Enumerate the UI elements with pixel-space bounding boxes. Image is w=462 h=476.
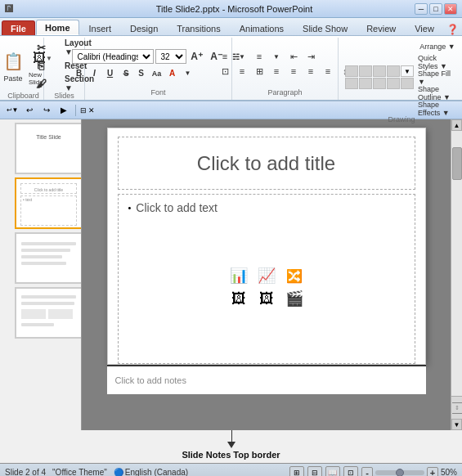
help-button[interactable]: ❓ [446, 24, 459, 35]
numbered-list-button[interactable]: ≡ [251, 50, 267, 64]
insert-table-icon[interactable]: 📊 [227, 266, 250, 285]
language-area[interactable]: 🔵 English (Canada) [114, 468, 188, 476]
align-center-button[interactable]: ≡ [285, 65, 302, 79]
collapse-ribbon-button[interactable]: ✕ [88, 106, 95, 115]
slide-sorter-button[interactable]: ⊟ [307, 466, 322, 477]
tab-animations[interactable]: Animations [231, 20, 293, 35]
title-placeholder[interactable]: Click to add title [118, 137, 415, 190]
scroll-thumb[interactable] [452, 147, 462, 180]
insert-clip-art-icon[interactable]: 🖼 [255, 289, 278, 308]
scroll-track[interactable] [451, 131, 462, 396]
shape-item[interactable] [359, 78, 372, 89]
convert-smartart-button[interactable]: ⊞ [251, 65, 267, 79]
slide-thumbnail-4[interactable] [15, 287, 82, 339]
shape-fill-button[interactable]: Shape Fill ▼ [417, 70, 458, 84]
bullet-list-button[interactable]: ≡ [217, 50, 233, 64]
tab-view[interactable]: View [406, 20, 443, 35]
font-size-select[interactable]: 32 [155, 49, 186, 64]
text-direction-button[interactable]: ⊡ [217, 65, 233, 79]
vertical-scrollbar[interactable]: ▲ ⇕ ▼ [451, 119, 462, 430]
font-color-button[interactable]: A [165, 66, 180, 80]
shape-item[interactable] [373, 65, 386, 77]
status-bar: Slide 2 of 4 "Office Theme" 🔵 English (C… [0, 463, 462, 476]
content-placeholder[interactable]: • Click to add text 📊 📈 🔀 🖼 🖼 [118, 194, 415, 364]
notes-area[interactable]: Click to add notes [107, 365, 426, 394]
annotation-area: Slide Notes Top border [0, 430, 462, 463]
align-left-button[interactable]: ≡ [268, 65, 285, 79]
font-name-select[interactable]: Calibri (Headings) [72, 49, 154, 64]
slide-canvas[interactable]: Click to add title • Click to add text 📊… [107, 128, 426, 365]
insert-picture-icon[interactable]: 🖼 [227, 289, 250, 308]
paste-button[interactable]: 📋 Paste [0, 43, 29, 88]
justify-button[interactable]: ≡ [320, 65, 336, 79]
restore-button[interactable]: □ [429, 3, 442, 15]
font-color-dropdown[interactable]: ▼ [181, 66, 195, 80]
slide-thumbnail-3[interactable] [15, 232, 82, 284]
zoom-thumb[interactable] [396, 469, 404, 477]
insert-smartart-icon[interactable]: 🔀 [283, 266, 306, 285]
tab-transitions[interactable]: Transitions [168, 20, 229, 35]
shape-item[interactable] [345, 78, 358, 89]
shape-item[interactable] [401, 78, 414, 89]
strikethrough-button[interactable]: S̶ [119, 66, 133, 80]
shape-item[interactable] [387, 78, 400, 89]
shape-item[interactable] [345, 65, 358, 77]
start-presentation-button[interactable]: ▶ [56, 104, 71, 117]
minimize-button[interactable]: ─ [415, 3, 428, 15]
underline-button[interactable]: U [103, 66, 118, 80]
slide-thumb-container-3: 3 [3, 232, 78, 284]
tab-review[interactable]: Review [357, 20, 405, 35]
slide-thumb-container-1: 1 Title Slide [3, 123, 78, 174]
increase-font-button[interactable]: A⁺ [188, 48, 206, 65]
tab-slideshow[interactable]: Slide Show [294, 20, 357, 35]
shape-item[interactable] [359, 65, 372, 77]
zoom-in-button[interactable]: + [427, 467, 438, 477]
slide-thumbnail-2[interactable]: Click to add title • text [15, 177, 82, 229]
increase-indent-button[interactable]: ⇥ [303, 50, 319, 64]
slideshow-view-button[interactable]: ⊡ [343, 466, 358, 477]
more-shapes-button[interactable]: ▼ [401, 65, 414, 77]
scroll-down-button[interactable]: ▼ [451, 419, 462, 430]
insert-chart-icon[interactable]: 📈 [255, 266, 278, 285]
clipboard-label: Clipboard [7, 92, 39, 101]
tab-insert[interactable]: Insert [80, 20, 121, 35]
undo-button[interactable]: ↩ [22, 104, 37, 117]
tab-home[interactable]: Home [36, 20, 79, 35]
ribbon-group-paragraph: ≡ ▼ ≡ ▼ ⇤ ⇥ ⊡ ≡ ⊞ ≡ ≡ ≡ ≡ ↕ Paragraph [232, 38, 339, 100]
align-text-button[interactable]: ≡ [234, 65, 250, 79]
slide-thumbnail-1[interactable]: Title Slide [15, 123, 82, 174]
expand-ribbon-button[interactable]: ⊟ [80, 106, 87, 115]
normal-view-button[interactable]: ⊞ [289, 466, 304, 477]
reading-view-button[interactable]: 📖 [325, 466, 340, 477]
shape-effects-button[interactable]: Shape Effects ▼ [417, 101, 458, 115]
new-slide-button[interactable]: 🖼▼ New Slide [26, 43, 59, 88]
slide-thumb-container-4: 4 [3, 287, 78, 339]
redo-button[interactable]: ↪ [39, 104, 54, 117]
quick-styles-button[interactable]: Quick Styles ▼ [417, 55, 458, 69]
italic-button[interactable]: I [87, 66, 102, 80]
insert-media-icon[interactable]: 🎬 [283, 289, 306, 308]
shape-item[interactable] [387, 65, 400, 77]
shadow-button[interactable]: S [134, 66, 149, 80]
numbered-list-dropdown[interactable]: ▼ [268, 50, 285, 64]
scroll-up-button[interactable]: ▲ [451, 119, 462, 131]
tab-file[interactable]: File [2, 20, 35, 35]
zoom-out-button[interactable]: - [361, 467, 373, 477]
paste-icon: 📋 [0, 48, 26, 74]
tab-design[interactable]: Design [121, 20, 167, 35]
slide-panel[interactable]: 1 Title Slide 2 Click to add title • tex… [0, 119, 82, 430]
bullet-list-dropdown[interactable]: ▼ [234, 50, 250, 64]
ribbon-group-drawing: ▼ Arrange ▼ Quick Styles ▼ Shape Fill ▼ … [339, 38, 462, 100]
shape-item[interactable] [373, 78, 386, 89]
decrease-indent-button[interactable]: ⇤ [285, 50, 302, 64]
shape-outline-button[interactable]: Shape Outline ▼ [417, 86, 458, 100]
arrange-button[interactable]: Arrange ▼ [417, 39, 458, 53]
zoom-track[interactable] [375, 470, 424, 475]
bold-button[interactable]: B [72, 66, 87, 80]
undo-all-button[interactable]: ↩▼ [5, 104, 20, 117]
annotation-label: Slide Notes Top border [182, 450, 280, 460]
align-right-button[interactable]: ≡ [303, 65, 319, 79]
slide-canvas-area[interactable]: Click to add title • Click to add text 📊… [82, 119, 451, 430]
close-button[interactable]: ✕ [444, 3, 457, 15]
change-case-button[interactable]: Aa [150, 66, 164, 80]
